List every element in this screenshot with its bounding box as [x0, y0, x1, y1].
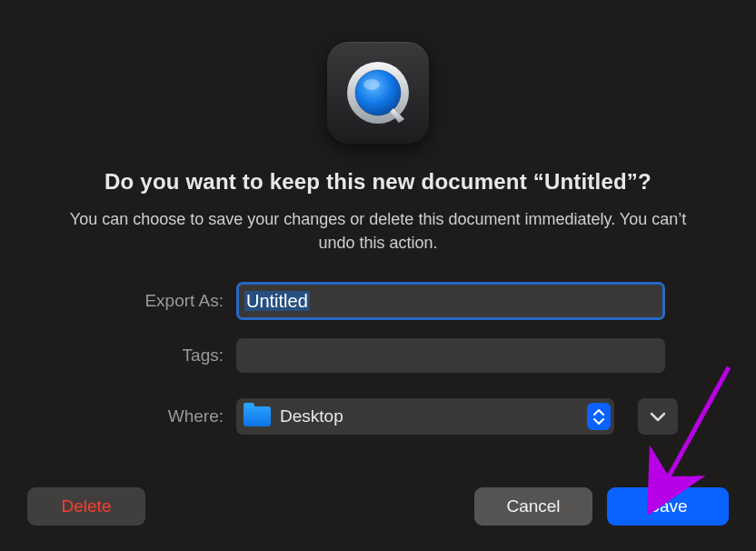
folder-icon — [244, 406, 271, 426]
save-dialog: Do you want to keep this new document “U… — [0, 0, 756, 551]
export-as-field[interactable]: Untitled — [236, 282, 665, 320]
updown-chevron-icon — [587, 403, 611, 430]
where-popup[interactable]: Desktop — [236, 398, 614, 435]
chevron-down-icon — [650, 411, 666, 422]
where-label: Where: — [51, 406, 224, 426]
tags-field[interactable] — [236, 338, 665, 373]
dialog-button-row: Delete Cancel Save — [27, 487, 729, 526]
export-as-row: Export As: Untitled — [51, 282, 705, 320]
tags-label: Tags: — [51, 346, 224, 366]
where-row: Where: Desktop — [51, 398, 705, 435]
dialog-heading: Do you want to keep this new document “U… — [104, 169, 652, 195]
export-as-value: Untitled — [244, 291, 310, 311]
tags-row: Tags: — [51, 338, 705, 373]
dialog-subheading: You can choose to save your changes or d… — [69, 207, 687, 255]
svg-point-3 — [363, 79, 380, 90]
cancel-button[interactable]: Cancel — [474, 487, 592, 526]
disclosure-button[interactable] — [638, 398, 678, 435]
delete-button[interactable]: Delete — [27, 487, 145, 526]
save-form: Export As: Untitled Tags: Where: Desktop — [51, 282, 705, 435]
save-button[interactable]: Save — [607, 487, 729, 526]
where-value: Desktop — [280, 406, 578, 426]
export-as-label: Export As: — [51, 291, 224, 311]
quicktime-icon — [327, 42, 429, 144]
